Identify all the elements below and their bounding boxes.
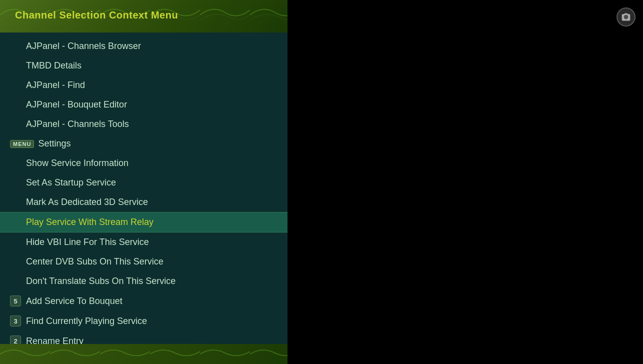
menu-label-ajpanel-channels-tools: AJPanel - Channels Tools (26, 119, 278, 130)
menu-item-settings[interactable]: MENUSettings (0, 134, 288, 154)
menu-badge-settings: MENU (10, 140, 34, 148)
menu-item-play-service-with-stream-relay[interactable]: Play Service With Stream Relay (0, 212, 288, 232)
menu-item-set-as-startup-service[interactable]: Set As Startup Service (0, 173, 288, 192)
menu-label-settings: Settings (38, 138, 278, 149)
menu-footer (0, 344, 288, 364)
menu-label-center-dvb-subs: Center DVB Subs On This Service (26, 256, 278, 267)
menu-label-ajpanel-find: AJPanel - Find (26, 80, 278, 90)
menu-item-center-dvb-subs[interactable]: Center DVB Subs On This Service (0, 252, 288, 272)
menu-header: Channel Selection Context Menu (0, 0, 288, 32)
menu-item-rename-entry[interactable]: 2Rename Entry (0, 331, 288, 344)
camera-button[interactable] (616, 8, 636, 26)
menu-label-set-as-startup-service: Set As Startup Service (26, 178, 278, 188)
menu-label-rename-entry: Rename Entry (26, 336, 278, 344)
menu-title: Channel Selection Context Menu (15, 10, 178, 21)
camera-icon (621, 12, 631, 22)
menu-panel: Channel Selection Context Menu AJPanel -… (0, 0, 288, 364)
menu-item-ajpanel-find[interactable]: AJPanel - Find (0, 76, 288, 95)
menu-label-ajpanel-bouquet-editor: AJPanel - Bouquet Editor (26, 100, 278, 110)
menu-badge-rename-entry: 2 (10, 336, 21, 344)
menu-badge-add-service-to-bouquet: 5 (10, 296, 21, 306)
menu-label-dont-translate-subs: Don't Translate Subs On This Service (26, 276, 278, 286)
menu-item-hide-vbi-line[interactable]: Hide VBI Line For This Service (0, 232, 288, 252)
menu-body: AJPanel - Channels BrowserTMBD DetailsAJ… (0, 32, 288, 344)
menu-label-mark-as-dedicated-3d-service: Mark As Dedicated 3D Service (26, 197, 278, 208)
menu-item-add-service-to-bouquet[interactable]: 5Add Service To Bouquet (0, 291, 288, 311)
main-container: Channel Selection Context Menu AJPanel -… (0, 0, 643, 364)
menu-label-hide-vbi-line: Hide VBI Line For This Service (26, 237, 278, 248)
menu-label-add-service-to-bouquet: Add Service To Bouquet (26, 296, 278, 306)
menu-label-find-currently-playing: Find Currently Playing Service (26, 316, 278, 326)
menu-label-show-service-information: Show Service Information (26, 158, 278, 168)
menu-item-tmbd-details[interactable]: TMBD Details (0, 56, 288, 76)
right-panel (288, 0, 643, 364)
menu-badge-find-currently-playing: 3 (10, 316, 21, 326)
menu-item-dont-translate-subs[interactable]: Don't Translate Subs On This Service (0, 272, 288, 291)
menu-item-ajpanel-channels-tools[interactable]: AJPanel - Channels Tools (0, 114, 288, 134)
menu-label-tmbd-details: TMBD Details (26, 60, 278, 71)
menu-item-show-service-information[interactable]: Show Service Information (0, 154, 288, 173)
menu-item-ajpanel-bouquet-editor[interactable]: AJPanel - Bouquet Editor (0, 95, 288, 114)
menu-item-mark-as-dedicated-3d-service[interactable]: Mark As Dedicated 3D Service (0, 192, 288, 212)
menu-label-play-service-with-stream-relay: Play Service With Stream Relay (26, 217, 278, 228)
menu-label-ajpanel-channels-browser: AJPanel - Channels Browser (26, 41, 278, 52)
menu-item-find-currently-playing[interactable]: 3Find Currently Playing Service (0, 311, 288, 331)
menu-item-ajpanel-channels-browser[interactable]: AJPanel - Channels Browser (0, 36, 288, 56)
